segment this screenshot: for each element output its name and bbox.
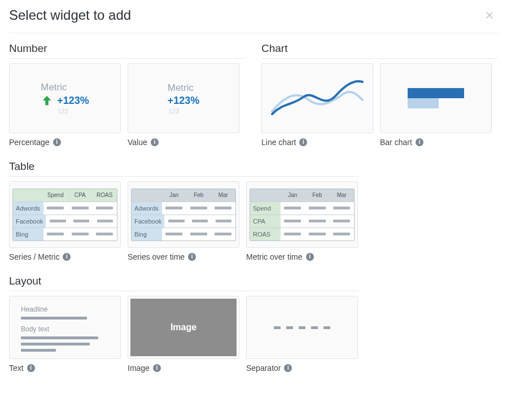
widget-line-chart[interactable] [261,63,373,133]
bar-chart-label: Bar chart [380,138,412,147]
widget-value[interactable]: Metric +123% 123 [128,63,239,133]
bar-chart-icon [408,88,464,108]
info-icon[interactable]: i [53,138,61,146]
widget-text[interactable]: Headline Body text [9,296,121,359]
table-preview-metric-over-time: Jan Feb Mar Spend CPA ROAS [250,189,355,241]
widget-bar-chart[interactable] [380,63,492,133]
close-icon [484,10,495,20]
arrow-up-icon [41,94,53,107]
info-icon[interactable]: i [153,364,161,372]
widget-separator[interactable] [246,296,358,359]
widget-image[interactable]: Image [128,296,239,359]
section-title-chart: Chart [261,42,498,59]
line-chart-icon [269,72,365,125]
dialog-title: Select widget to add [9,7,131,23]
series-metric-label: Series / Metric [9,252,59,261]
info-icon[interactable]: i [299,138,307,146]
metric-label: Metric [41,82,67,93]
metric-label: Metric [168,82,194,94]
info-icon[interactable]: i [416,138,423,146]
value-value: +123% [168,95,200,107]
percentage-label: Percentage [9,138,50,147]
widget-metric-over-time[interactable]: Jan Feb Mar Spend CPA ROAS [246,181,358,248]
image-label: Image [128,364,150,373]
table-preview-series-metric: Spend CPA ROAS Adwords Facebook Bing [12,189,117,241]
info-icon[interactable]: i [306,253,314,261]
series-over-time-label: Series over time [128,252,185,261]
section-title-table: Table [9,160,359,177]
value-label: Value [128,138,147,147]
separator-icon [274,326,330,329]
widget-percentage[interactable]: Metric +123% 123 [9,63,121,133]
value-sub: 123 [169,108,179,115]
line-chart-label: Line chart [261,138,296,147]
text-label: Text [9,364,24,373]
info-icon[interactable]: i [63,253,71,261]
separator-label: Separator [246,364,281,373]
text-preview: Headline Body text [21,305,109,352]
percentage-sub: 123 [58,108,68,115]
info-icon[interactable]: i [284,364,292,372]
section-title-layout: Layout [9,275,359,291]
metric-over-time-label: Metric over time [246,252,303,261]
widget-series-metric[interactable]: Spend CPA ROAS Adwords Facebook Bing [9,181,121,248]
section-title-number: Number [9,42,246,59]
image-placeholder: Image [130,299,237,356]
info-icon[interactable]: i [188,253,196,261]
close-button[interactable] [481,7,498,24]
info-icon[interactable]: i [27,364,35,372]
info-icon[interactable]: i [151,138,159,146]
widget-series-over-time[interactable]: Jan Feb Mar Adwords Facebook Bing [128,181,239,248]
table-preview-series-over-time: Jan Feb Mar Adwords Facebook Bing [131,189,236,241]
percentage-value: +123% [57,95,89,107]
